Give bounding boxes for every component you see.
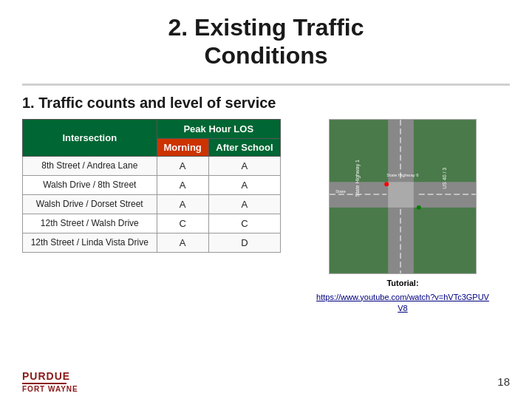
col-morning: Morning (157, 138, 208, 156)
tutorial-link[interactable]: https://www.youtube.com/watch?v=hVTc3GPU… (316, 292, 489, 315)
cell-after-school: A (208, 175, 280, 194)
map-container: State Highway 1 US 40 / 3 State Highway … (296, 119, 510, 315)
tutorial-label: Tutorial: (316, 279, 489, 287)
svg-rect-3 (388, 182, 414, 208)
slide-title: 2. Existing Traffic Conditions (30, 13, 502, 70)
slide: 2. Existing Traffic Conditions 1. Traffi… (0, 0, 532, 399)
logo-fw: FORT WAYNE (22, 385, 78, 393)
table-header-top: Intersection Peak Hour LOS (23, 119, 281, 138)
cell-morning: A (157, 175, 208, 194)
tutorial-section: Tutorial: https://www.youtube.com/watch?… (316, 279, 489, 315)
cell-intersection: 12th Street / Walsh Drive (23, 214, 157, 233)
title-section: 2. Existing Traffic Conditions (0, 0, 532, 78)
svg-text:State Highway 6: State Highway 6 (386, 173, 419, 177)
svg-text:US 40 / 3: US 40 / 3 (442, 167, 447, 188)
svg-point-12 (384, 182, 389, 186)
content-area: Intersection Peak Hour LOS Morning After… (0, 119, 532, 315)
cell-morning: C (157, 214, 208, 233)
svg-text:State Highway 1: State Highway 1 (355, 160, 361, 197)
col-after-school: After School (208, 138, 280, 156)
cell-after-school: D (208, 233, 280, 252)
table-body: 8th Street / Andrea Lane A A Walsh Drive… (23, 156, 281, 252)
logo-area: PURDUE FORT WAYNE (22, 370, 78, 393)
page-number: 18 (497, 375, 510, 388)
table-row: Walsh Drive / Dorset Street A A (23, 194, 281, 214)
cell-intersection: Walsh Drive / Dorset Street (23, 194, 157, 214)
cell-after-school: A (208, 194, 280, 214)
table-container: Intersection Peak Hour LOS Morning After… (22, 119, 281, 315)
table-row: Walsh Drive / 8th Street A A (23, 175, 281, 194)
logo-divider (22, 383, 66, 384)
cell-intersection: 12th Street / Linda Vista Drive (23, 233, 157, 252)
cell-after-school: C (208, 214, 280, 233)
col-intersection: Intersection (23, 119, 157, 156)
footer: PURDUE FORT WAYNE 18 (0, 370, 532, 393)
table-row: 8th Street / Andrea Lane A A (23, 156, 281, 175)
map-svg: State Highway 1 US 40 / 3 State Highway … (330, 120, 476, 273)
cell-morning: A (157, 194, 208, 214)
subtitle: 1. Traffic counts and level of service (0, 95, 532, 119)
map-image: State Highway 1 US 40 / 3 State Highway … (329, 119, 477, 274)
svg-point-13 (417, 205, 421, 210)
cell-morning: A (157, 156, 208, 175)
cell-intersection: 8th Street / Andrea Lane (23, 156, 157, 175)
col-peak-hour: Peak Hour LOS (157, 119, 280, 138)
svg-text:State: State (335, 189, 347, 194)
cell-morning: A (157, 233, 208, 252)
table-row: 12th Street / Linda Vista Drive A D (23, 233, 281, 252)
cell-after-school: A (208, 156, 280, 175)
los-table: Intersection Peak Hour LOS Morning After… (22, 119, 281, 253)
divider (22, 83, 510, 86)
logo-purdue: PURDUE (22, 370, 70, 382)
table-row: 12th Street / Walsh Drive C C (23, 214, 281, 233)
cell-intersection: Walsh Drive / 8th Street (23, 175, 157, 194)
